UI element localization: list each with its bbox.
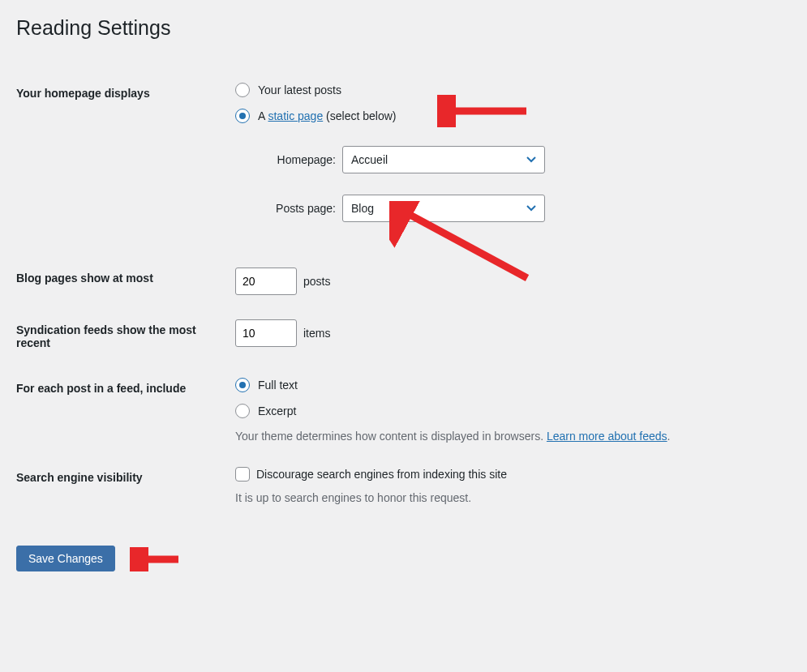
blog-pages-label: Blog pages show at most: [16, 255, 227, 307]
blog-pages-suffix: posts: [303, 275, 330, 288]
postspage-select-value: Blog: [351, 202, 374, 215]
radio-static-page[interactable]: [235, 109, 250, 123]
radio-full-text[interactable]: [235, 378, 250, 392]
radio-latest-posts-label: Your latest posts: [258, 83, 341, 96]
discourage-checkbox-label: Discourage search engines from indexing …: [256, 468, 507, 481]
radio-excerpt[interactable]: [235, 404, 250, 418]
syndication-input[interactable]: [235, 319, 297, 347]
static-page-link[interactable]: static page: [268, 109, 323, 122]
radio-full-text-label: Full text: [258, 379, 298, 392]
radio-excerpt-label: Excerpt: [258, 404, 296, 417]
homepage-select[interactable]: Accueil: [342, 146, 545, 173]
blog-pages-input[interactable]: [235, 268, 297, 295]
chevron-down-icon: [526, 205, 536, 212]
annotation-arrow-icon: [130, 547, 187, 571]
homepage-select-value: Accueil: [351, 153, 388, 166]
homepage-select-label: Homepage:: [251, 153, 336, 166]
search-visibility-label: Search engine visibility: [16, 455, 227, 516]
radio-static-page-label: A static page (select below): [258, 109, 396, 122]
postspage-select-label: Posts page:: [251, 202, 336, 215]
syndication-suffix: items: [303, 327, 330, 340]
feed-include-label: For each post in a feed, include: [16, 366, 227, 455]
homepage-displays-label: Your homepage displays: [16, 71, 227, 255]
radio-latest-posts[interactable]: [235, 83, 250, 97]
search-visibility-desc: It is up to search engines to honor this…: [235, 491, 783, 504]
learn-more-feeds-link[interactable]: Learn more about feeds: [547, 430, 667, 443]
feed-include-desc: Your theme determines how content is dis…: [235, 430, 783, 443]
save-changes-button[interactable]: Save Changes: [16, 546, 115, 571]
chevron-down-icon: [526, 156, 536, 163]
discourage-checkbox[interactable]: [235, 467, 250, 482]
page-title: Reading Settings: [16, 16, 791, 40]
postspage-select[interactable]: Blog: [342, 195, 545, 222]
syndication-label: Syndication feeds show the most recent: [16, 307, 227, 366]
